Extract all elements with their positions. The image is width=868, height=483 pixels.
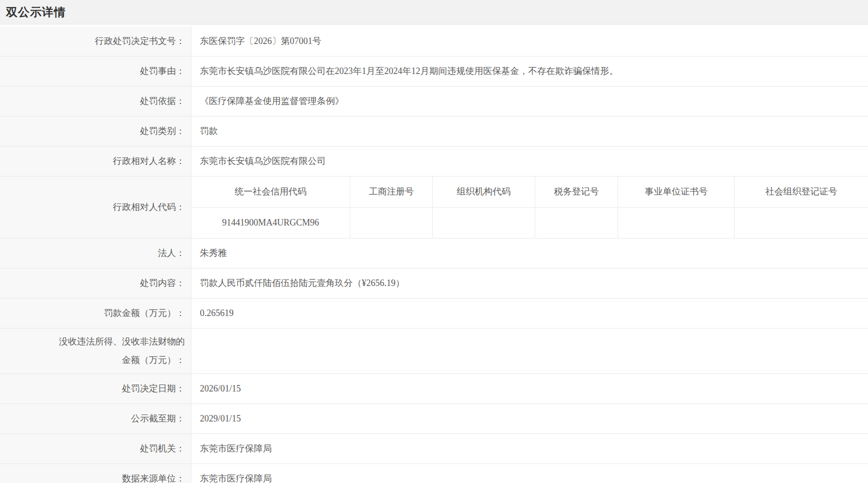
code-header-business-registration: 工商注册号 [350,176,433,207]
code-header-unified-social-credit: 统一社会信用代码 [191,176,350,207]
field-value: 罚款 [191,116,868,146]
field-row-fine-amount: 罚款金额（万元）： 0.265619 [0,298,868,328]
field-value: 罚款人民币贰仟陆佰伍拾陆元壹角玖分（¥2656.19） [191,268,868,298]
field-label: 法人： [0,238,191,268]
credit-code-table: 统一社会信用代码 工商注册号 组织机构代码 税务登记号 事业单位证书号 社会组织… [191,176,868,238]
code-value-unified-social-credit: 91441900MA4URGCM96 [191,208,350,238]
code-header-institution-certificate: 事业单位证书号 [618,176,735,207]
field-value: 朱秀雅 [191,238,868,268]
code-table-value-row: 91441900MA4URGCM96 [191,208,868,238]
code-value-organization-code [433,208,535,238]
field-row-penalty-content: 处罚内容： 罚款人民币贰仟陆佰伍拾陆元壹角玖分（¥2656.19） [0,268,868,298]
field-row-penalty-category: 处罚类别： 罚款 [0,116,868,146]
field-value: 东莞市长安镇乌沙医院有限公司 [191,146,868,176]
field-value: 统一社会信用代码 工商注册号 组织机构代码 税务登记号 事业单位证书号 社会组织… [191,176,868,238]
field-row-penalty-reason: 处罚事由： 东莞市长安镇乌沙医院有限公司在2023年1月至2024年12月期间违… [0,56,868,86]
field-row-data-source-unit: 数据来源单位： 东莞市医疗保障局 [0,464,868,483]
page-header: 双公示详情 [0,0,868,24]
code-header-social-org-registration: 社会组织登记证号 [735,176,868,207]
code-value-business-registration [350,208,433,238]
page-title: 双公示详情 [6,4,66,20]
field-row-penalty-basis: 处罚依据： 《医疗保障基金使用监督管理条例》 [0,86,868,116]
detail-table: 行政处罚决定书文号： 东医保罚字〔2026〕第07001号 处罚事由： 东莞市长… [0,26,868,483]
field-value: 2029/01/15 [191,404,868,434]
field-value [191,328,868,374]
disclosure-detail-page: 双公示详情 行政处罚决定书文号： 东医保罚字〔2026〕第07001号 处罚事由… [0,0,868,483]
field-label: 处罚机关： [0,434,191,464]
field-label: 行政相对人名称： [0,146,191,176]
field-value: 东莞市医疗保障局 [191,434,868,464]
code-value-social-org-registration [735,208,868,238]
code-table-header-row: 统一社会信用代码 工商注册号 组织机构代码 税务登记号 事业单位证书号 社会组织… [191,176,868,208]
field-row-party-name: 行政相对人名称： 东莞市长安镇乌沙医院有限公司 [0,146,868,176]
code-header-tax-registration: 税务登记号 [535,176,619,207]
field-label: 处罚类别： [0,116,191,146]
code-value-tax-registration [535,208,619,238]
field-value: 东莞市医疗保障局 [191,464,868,483]
field-value: 2026/01/15 [191,374,868,404]
field-row-party-codes: 行政相对人代码： 统一社会信用代码 工商注册号 组织机构代码 税务登记号 事业单… [0,176,868,238]
field-row-publicity-deadline: 公示截至期： 2029/01/15 [0,404,868,434]
field-value: 东医保罚字〔2026〕第07001号 [191,26,868,56]
field-label: 公示截至期： [0,404,191,434]
code-value-institution-certificate [618,208,735,238]
field-row-decision-number: 行政处罚决定书文号： 东医保罚字〔2026〕第07001号 [0,26,868,56]
field-label: 行政处罚决定书文号： [0,26,191,56]
field-label: 没收违法所得、没收非法财物的 金额（万元）： [0,328,191,374]
field-label: 罚款金额（万元）： [0,298,191,328]
field-value: 《医疗保障基金使用监督管理条例》 [191,86,868,116]
field-row-confiscation-amount: 没收违法所得、没收非法财物的 金额（万元）： [0,328,868,374]
field-row-decision-date: 处罚决定日期： 2026/01/15 [0,374,868,404]
field-label: 数据来源单位： [0,464,191,483]
field-value: 0.265619 [191,298,868,328]
code-header-organization-code: 组织机构代码 [433,176,535,207]
field-label: 处罚决定日期： [0,374,191,404]
field-label: 行政相对人代码： [0,176,191,238]
field-row-legal-person: 法人： 朱秀雅 [0,238,868,268]
field-label: 处罚依据： [0,86,191,116]
field-row-penalty-authority: 处罚机关： 东莞市医疗保障局 [0,434,868,464]
field-value: 东莞市长安镇乌沙医院有限公司在2023年1月至2024年12月期间违规使用医保基… [191,56,868,86]
field-label: 处罚内容： [0,268,191,298]
field-label: 处罚事由： [0,56,191,86]
